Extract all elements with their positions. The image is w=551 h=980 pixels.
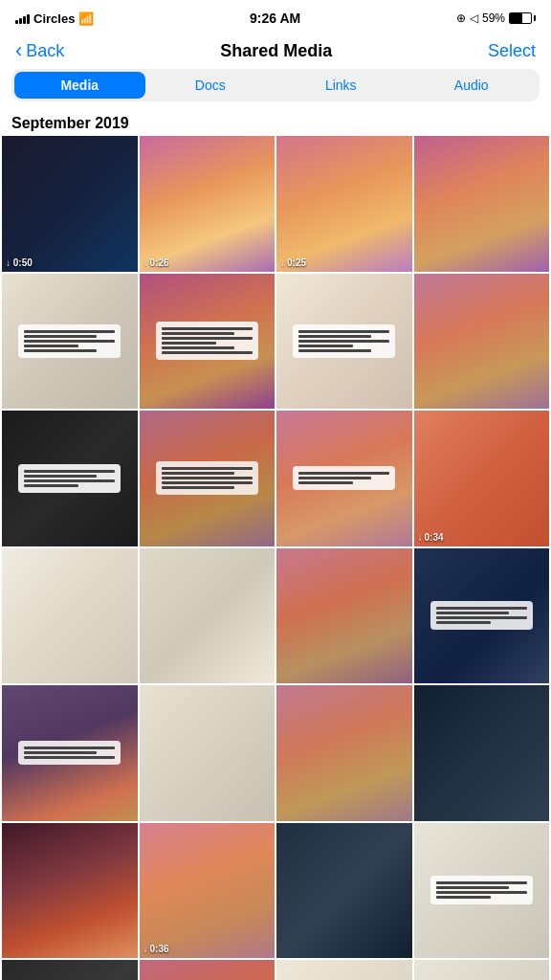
download-arrow-icon: ↓	[143, 944, 148, 954]
download-arrow-icon: ↓	[143, 257, 148, 268]
list-item[interactable]	[414, 960, 550, 980]
select-button[interactable]: Select	[488, 41, 536, 61]
nav-bar: ‹ Back Shared Media Select	[0, 34, 551, 69]
media-grid: ↓ 0:50 ↓ 0:26 ↓ 0:25	[0, 136, 551, 980]
list-item[interactable]: ↓ 0:25	[276, 136, 412, 272]
page-title: Shared Media	[220, 41, 332, 61]
location-icon: ⊕	[456, 11, 466, 25]
thumb-overlay	[140, 274, 276, 410]
tab-links[interactable]: Links	[276, 72, 407, 99]
tab-audio[interactable]: Audio	[407, 72, 538, 99]
back-label: Back	[26, 41, 64, 61]
thumb-overlay: ↓ 0:50	[2, 136, 138, 272]
duration-badge: ↓ 0:36	[143, 944, 169, 954]
list-item[interactable]	[140, 960, 276, 980]
signal-icon: ◁	[470, 11, 478, 25]
thumb-overlay	[276, 274, 412, 410]
list-item[interactable]	[414, 823, 550, 959]
list-item[interactable]	[414, 136, 550, 272]
status-bar: Circles 📶 9:26 AM ⊕ ◁ 59%	[0, 0, 551, 34]
list-item[interactable]	[276, 960, 412, 980]
thumb-overlay	[414, 960, 550, 980]
duration-text: 0:26	[150, 257, 169, 268]
thumb-overlay	[2, 960, 138, 980]
wifi-icon: 📶	[78, 11, 94, 26]
duration-badge: ↓ 0:34	[418, 532, 444, 543]
list-item[interactable]	[276, 411, 412, 546]
list-item[interactable]: ↓ 0:36	[140, 823, 276, 959]
thumb-overlay	[2, 274, 138, 410]
thumb-overlay	[140, 411, 276, 546]
list-item[interactable]	[2, 411, 138, 546]
tab-media[interactable]: Media	[14, 72, 145, 99]
list-item[interactable]	[276, 548, 412, 684]
status-time: 9:26 AM	[250, 11, 300, 26]
list-item[interactable]	[140, 411, 276, 546]
thumb-overlay	[414, 823, 550, 959]
duration-text: 0:34	[425, 532, 444, 543]
back-button[interactable]: ‹ Back	[15, 40, 64, 61]
thumb-overlay	[140, 960, 276, 980]
tab-bar: Media Docs Links Audio	[11, 69, 540, 101]
chevron-left-icon: ‹	[15, 40, 22, 61]
battery-percent: 59%	[482, 11, 505, 25]
list-item[interactable]	[276, 685, 412, 821]
status-left: Circles 📶	[15, 11, 94, 26]
thumb-overlay	[140, 136, 276, 272]
list-item[interactable]	[2, 960, 138, 980]
list-item[interactable]	[2, 548, 138, 684]
download-arrow-icon: ↓	[280, 257, 285, 268]
list-item[interactable]	[414, 548, 550, 684]
battery-icon	[509, 12, 536, 24]
list-item[interactable]: ↓ 0:34	[414, 411, 550, 546]
list-item[interactable]	[414, 685, 550, 821]
list-item[interactable]	[140, 685, 276, 821]
duration-badge: ↓ 0:25	[280, 257, 306, 268]
tab-docs[interactable]: Docs	[145, 72, 276, 99]
duration-text: 0:36	[150, 944, 169, 954]
list-item[interactable]: ↓ 0:50	[2, 136, 138, 272]
list-item[interactable]	[140, 548, 276, 684]
thumb-overlay	[2, 411, 138, 546]
list-item[interactable]	[2, 274, 138, 410]
download-arrow-icon: ↓	[418, 532, 423, 543]
list-item[interactable]: ↓ 0:26	[140, 136, 276, 272]
thumb-overlay	[414, 548, 550, 684]
list-item[interactable]	[276, 823, 412, 959]
thumb-overlay	[276, 411, 412, 546]
list-item[interactable]	[2, 685, 138, 821]
thumb-overlay	[2, 685, 138, 821]
list-item[interactable]	[414, 274, 550, 410]
section-header: September 2019	[0, 109, 551, 136]
duration-badge: ↓ 0:26	[143, 257, 169, 268]
duration-text: 0:25	[287, 257, 306, 268]
status-right: ⊕ ◁ 59%	[456, 11, 536, 25]
signal-bars-icon	[15, 12, 30, 24]
list-item[interactable]	[276, 274, 412, 410]
carrier-label: Circles	[33, 11, 75, 26]
list-item[interactable]	[140, 274, 276, 410]
list-item[interactable]	[2, 823, 138, 959]
